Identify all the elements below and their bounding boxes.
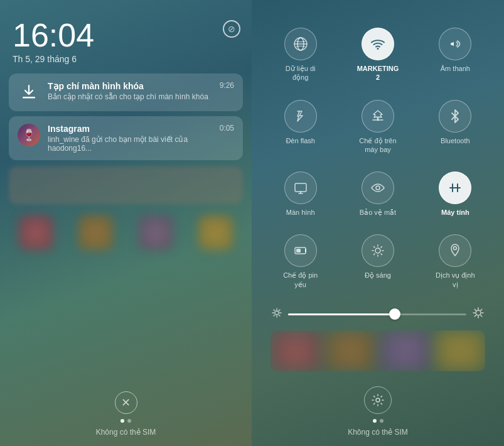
toggle-screen[interactable]: Màn hình xyxy=(262,163,339,226)
close-notifications-button[interactable]: ✕ xyxy=(115,391,137,414)
instagram-avatar: 🍷 xyxy=(18,124,40,146)
svg-point-13 xyxy=(375,248,380,253)
toggle-bluetooth[interactable]: Bluetooth xyxy=(417,91,494,163)
svg-line-39 xyxy=(475,315,476,317)
toggle-battery-saver[interactable]: Chế độ pinyếu xyxy=(262,226,339,298)
right-panel: Dữ liệu diđộng MARKETING2 xyxy=(252,0,504,446)
color-blobs-right xyxy=(271,330,485,371)
bluetooth-label: Bluetooth xyxy=(441,136,469,145)
color-blob-3 xyxy=(139,215,173,250)
airplane-icon xyxy=(362,100,394,133)
quick-toggles-grid: Dữ liệu diđộng MARKETING2 xyxy=(262,19,494,298)
svg-point-7 xyxy=(376,186,380,190)
screen-icon xyxy=(284,171,317,204)
svg-rect-5 xyxy=(451,43,454,45)
color-blob-2 xyxy=(78,215,113,250)
toggle-eye-protection[interactable]: Bảo vệ mắt xyxy=(339,163,416,226)
notification-item-2[interactable]: 🍷 Instagram linh_wine đã gửi cho bạn một… xyxy=(9,116,243,160)
svg-line-38 xyxy=(481,315,482,317)
right-page-dot-1 xyxy=(373,419,377,423)
left-panel: 16:04 Th 5, 29 tháng 6 ⊘ Tạp chí màn hìn… xyxy=(0,0,252,446)
brightness-slider-fill xyxy=(288,313,395,315)
color-blob-1 xyxy=(19,215,53,250)
toggle-calculator[interactable]: Máy tính xyxy=(417,163,494,226)
brightness-slider-row xyxy=(262,301,494,327)
page-indicator xyxy=(121,419,131,423)
brightness-high-icon xyxy=(473,307,484,321)
right-bottom: Không có thẻ SIM xyxy=(252,386,504,446)
left-top: 16:04 Th 5, 29 tháng 6 xyxy=(0,0,252,73)
settings-button[interactable] xyxy=(364,386,392,414)
blurred-notification xyxy=(9,166,243,204)
notif-content-1: Tạp chí màn hình khóa Bản cập nhật có sẵ… xyxy=(48,81,212,101)
location-label: Dịch vụ địnhvị xyxy=(436,271,475,289)
flash-label: Đèn flash xyxy=(286,136,314,145)
calculator-label: Máy tính xyxy=(441,208,469,217)
brightness-slider-track[interactable] xyxy=(288,313,466,315)
color-blobs-area xyxy=(9,214,243,251)
svg-point-4 xyxy=(377,48,378,50)
notification-item-1[interactable]: Tạp chí màn hình khóa Bản cập nhật có sẵ… xyxy=(9,73,243,111)
toggle-airplane[interactable]: Chế độ trênmáy bay xyxy=(339,91,416,163)
wifi-icon xyxy=(362,28,394,60)
right-page-indicator xyxy=(373,419,383,423)
download-icon xyxy=(18,81,40,104)
svg-rect-6 xyxy=(295,183,306,192)
bottle-icon: 🍷 xyxy=(22,128,36,142)
date-display: Th 5, 29 tháng 6 xyxy=(13,54,239,64)
svg-point-41 xyxy=(376,398,380,402)
svg-rect-0 xyxy=(23,97,35,99)
edit-icon[interactable]: ⊘ xyxy=(223,20,240,38)
flash-icon xyxy=(284,100,317,133)
time-display: 16:04 xyxy=(13,19,239,52)
no-sim-label-right: Không có thẻ SIM xyxy=(348,428,408,437)
blob-1 xyxy=(271,330,321,371)
battery-saver-label: Chế độ pinyếu xyxy=(283,271,318,289)
notif-subtitle-2: linh_wine đã gửi cho bạn một bài viết củ… xyxy=(48,135,212,153)
notif-subtitle-1: Bản cập nhật có sẵn cho tạp chí màn hình… xyxy=(48,92,212,101)
svg-line-30 xyxy=(274,315,275,316)
airplane-label: Chế độ trênmáy bay xyxy=(359,136,396,155)
svg-point-22 xyxy=(454,247,457,250)
brightness-low-icon xyxy=(272,308,282,320)
notif-title-2: Instagram xyxy=(48,124,212,134)
svg-line-18 xyxy=(374,247,375,247)
notif-content-2: Instagram linh_wine đã gửi cho bạn một b… xyxy=(48,124,212,153)
left-bottom: ✕ Không có thẻ SIM xyxy=(0,391,252,446)
toggle-wifi[interactable]: MARKETING2 xyxy=(339,19,416,91)
color-blob-4 xyxy=(198,215,233,250)
no-sim-label-left: Không có thẻ SIM xyxy=(96,428,156,437)
sound-label: Âm thanh xyxy=(441,64,470,73)
blob-4 xyxy=(436,330,486,371)
mobile-data-icon xyxy=(284,28,317,60)
svg-point-23 xyxy=(275,311,279,315)
notif-time-2: 0:05 xyxy=(220,124,234,133)
blob-2 xyxy=(326,330,376,371)
notif-title-1: Tạp chí màn hình khóa xyxy=(48,81,212,91)
svg-line-19 xyxy=(381,254,382,254)
page-dot-2 xyxy=(127,419,131,423)
toggle-location[interactable]: Dịch vụ địnhvị xyxy=(417,226,494,298)
page-dot-1 xyxy=(121,419,124,423)
right-page-dot-2 xyxy=(380,419,383,423)
notif-time-1: 9:26 xyxy=(220,81,234,90)
svg-rect-12 xyxy=(296,249,301,253)
eye-protection-icon xyxy=(362,171,394,204)
svg-line-31 xyxy=(279,310,280,311)
blob-3 xyxy=(380,330,431,371)
bluetooth-icon xyxy=(439,100,471,133)
location-icon xyxy=(439,234,471,267)
svg-line-28 xyxy=(274,310,275,311)
svg-line-29 xyxy=(279,315,280,316)
toggle-flash[interactable]: Đèn flash xyxy=(262,91,339,163)
toggle-brightness[interactable]: Độ sáng xyxy=(339,226,416,298)
sound-icon xyxy=(439,28,471,60)
toggle-sound[interactable]: Âm thanh xyxy=(417,19,494,91)
toggle-mobile-data[interactable]: Dữ liệu diđộng xyxy=(262,19,339,91)
mobile-data-label: Dữ liệu diđộng xyxy=(286,64,316,82)
wifi-label: MARKETING2 xyxy=(357,64,399,82)
svg-line-40 xyxy=(481,309,482,310)
brightness-icon xyxy=(362,234,394,267)
svg-point-32 xyxy=(476,310,481,315)
brightness-slider-thumb[interactable] xyxy=(389,308,400,320)
